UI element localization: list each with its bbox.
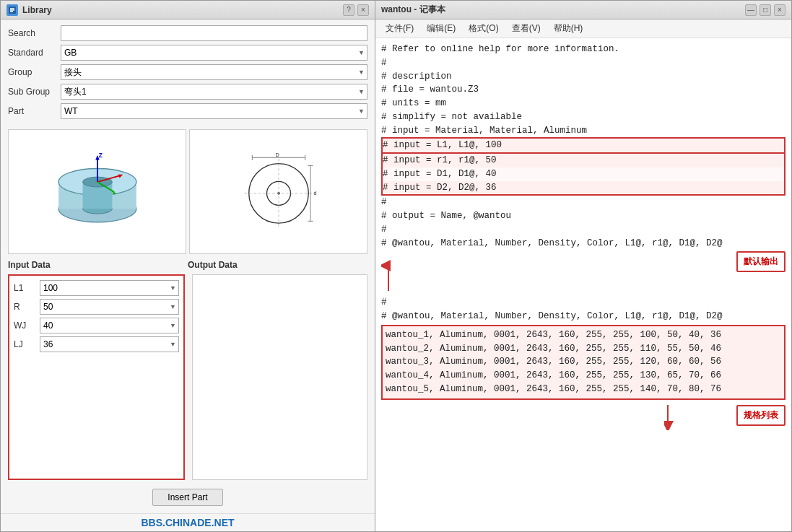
search-row: Search [8,25,367,41]
subgroup-select[interactable]: 弯头1 [61,84,367,100]
annotation-default-box: 默认输出 [736,251,786,272]
input-data-row: WJ 40 ▼ [14,318,179,333]
annotation-table-row: 规格列表 [381,401,786,430]
notepad-menubar: 文件(F) 编辑(E) 格式(O) 查看(V) 帮助(H) [375,19,791,38]
notepad-title: wantou - 记事本 [381,4,445,16]
menu-file[interactable]: 文件(F) [380,21,419,36]
data-section: L1 100 ▼ R 50 ▼ WJ 40 ▼ LJ 36 ▼ [1,271,375,483]
form-area: Search Standard GB ▼ Group 接头 ▼ Sub Grou… [1,19,375,125]
notepad-close-button[interactable]: × [774,4,786,16]
search-input[interactable] [61,25,367,41]
input-label-LJ: LJ [14,339,35,349]
washer-2d-svg: d D [239,152,318,232]
code-line: # file = wantou.Z3 [381,83,786,97]
preview-3d: Z [8,129,186,254]
notepad-content[interactable]: # Refer to online help for more informat… [375,38,791,531]
annotation-default-row: 默认输出 [381,251,786,295]
code-line: # [381,296,786,310]
input-data-row: L1 100 ▼ [14,280,179,296]
menu-help[interactable]: 帮助(H) [548,21,589,36]
part-select[interactable]: WT [61,103,367,119]
standard-row: Standard GB ▼ [8,45,367,61]
code-line: # input = L1, L1@, 100 [381,137,786,154]
table-row: wantou_3, Aluminum, 0001, 2643, 160, 255… [386,355,781,369]
code-line: # input = D1, D1@, 40 [381,167,786,181]
standard-select[interactable]: GB [61,45,367,61]
input-select-wrap-R: 50 ▼ [40,299,179,315]
input-select-R[interactable]: 50 [40,299,179,315]
standard-label: Standard [8,48,55,58]
input-select-wrap-L1: 100 ▼ [40,280,179,296]
svg-text:d: d [313,189,316,196]
input-label-WJ: WJ [14,320,35,331]
close-button[interactable]: × [357,4,369,16]
code-line: # [381,223,786,237]
subgroup-select-wrap: 弯头1 ▼ [61,84,367,100]
svg-text:D: D [275,152,279,158]
code-line: # description [381,70,786,84]
table-row: wantou_1, Aluminum, 0001, 2643, 160, 255… [386,328,781,342]
notepad-window: wantou - 记事本 — □ × 文件(F) 编辑(E) 格式(O) 查看(… [375,0,792,532]
svg-text:Z: Z [98,151,102,158]
input-data-panel: L1 100 ▼ R 50 ▼ WJ 40 ▼ LJ 36 ▼ [8,274,185,480]
code-line: # Refer to online help for more informat… [381,43,786,56]
input-select-wrap-LJ: 36 ▼ [40,336,179,352]
library-title: Library [22,5,52,15]
input-data-row: R 50 ▼ [14,299,179,315]
code-line: # [381,196,786,209]
code-line-header: # @wantou, Material, Number, Density, Co… [381,310,786,323]
input-select-WJ[interactable]: 40 [40,318,179,333]
library-icon [6,4,18,16]
notepad-titlebar: wantou - 记事本 — □ × [375,1,791,19]
notepad-minimize-button[interactable]: — [745,4,757,16]
library-titlebar: Library ? × [1,1,375,19]
menu-format[interactable]: 格式(O) [463,21,504,36]
group-select-wrap: 接头 ▼ [61,64,367,80]
search-label: Search [8,28,55,38]
code-area: # Refer to online help for more informat… [381,43,786,430]
washer-3d-svg: Z [51,145,144,239]
part-select-wrap: WT ▼ [61,103,367,119]
notepad-maximize-button[interactable]: □ [760,4,771,16]
notepad-controls: — □ × [745,4,786,16]
input-rows: L1 100 ▼ R 50 ▼ WJ 40 ▼ LJ 36 ▼ [14,280,179,352]
preview-2d: d D [189,129,367,254]
menu-view[interactable]: 查看(V) [506,21,547,36]
group-label: Group [8,67,55,77]
table-row: wantou_2, Aluminum, 0001, 2643, 160, 255… [386,342,781,356]
standard-select-wrap: GB ▼ [61,45,367,61]
insert-part-button[interactable]: Insert Part [152,489,222,506]
part-label: Part [8,106,55,116]
preview-area: Z d [1,125,375,258]
table-block: wantou_1, Aluminum, 0001, 2643, 160, 255… [381,325,786,400]
arrow-default-icon [381,251,439,295]
library-window: Library ? × Search Standard GB ▼ Group [0,0,375,532]
help-button[interactable]: ? [343,4,354,16]
input-select-L1[interactable]: 100 [40,280,179,296]
watermark: BBS.CHINADE.NET [1,513,375,531]
arrow-table-icon [664,401,736,430]
input-label-R: R [14,302,35,312]
input-select-LJ[interactable]: 36 [40,336,179,352]
part-row: Part WT ▼ [8,103,367,119]
code-line: # output = Name, @wantou [381,209,786,223]
annotation-table-box: 规格列表 [736,405,786,426]
output-data-panel [192,274,367,480]
input-label-L1: L1 [14,283,35,293]
subgroup-row: Sub Group 弯头1 ▼ [8,84,367,100]
code-line: # units = mm [381,97,786,110]
code-line: # input = r1, r1@, 50 [381,154,786,167]
output-data-label: Output Data [188,260,367,270]
section-labels: Input Data Output Data [1,258,375,271]
code-line: # simplify = not available [381,110,786,124]
table-row: wantou_4, Aluminum, 0001, 2643, 160, 255… [386,369,781,383]
group-select[interactable]: 接头 [61,64,367,80]
titlebar-controls: ? × [343,4,369,16]
group-row: Group 接头 ▼ [8,64,367,80]
code-line: # @wantou, Material, Number, Density, Co… [381,237,786,250]
code-line: # [381,56,786,70]
input-data-label: Input Data [8,260,188,270]
insert-btn-area: Insert Part [1,483,375,513]
input-select-wrap-WJ: 40 ▼ [40,318,179,333]
menu-edit[interactable]: 编辑(E) [421,21,461,36]
